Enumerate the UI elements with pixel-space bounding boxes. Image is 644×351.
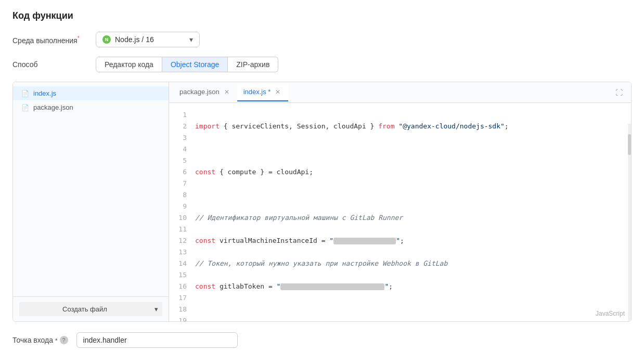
nodejs-icon: N bbox=[102, 35, 111, 44]
expand-icon[interactable]: ⛶ bbox=[611, 86, 627, 99]
tab-index-js[interactable]: index.js * ✕ bbox=[237, 84, 289, 101]
entry-point-row: Точка входа* ? bbox=[12, 332, 632, 348]
entry-input[interactable] bbox=[76, 332, 238, 348]
code-content: import { serviceClients, Session, cloudA… bbox=[195, 103, 631, 321]
create-file-dropdown-button[interactable]: ▾ bbox=[150, 302, 162, 316]
chevron-down-icon: ▾ bbox=[189, 35, 193, 44]
editor-wrapper: 📄 index.js 📄 package.json Создать файл ▾ bbox=[12, 82, 632, 322]
editor-panel: package.json ✕ index.js * ✕ ⛶ 12345 6789… bbox=[169, 82, 631, 321]
runtime-select[interactable]: N Node.js / 16 ▾ bbox=[96, 32, 200, 47]
file-item-package-json[interactable]: 📄 package.json bbox=[13, 100, 169, 114]
help-icon[interactable]: ? bbox=[60, 336, 68, 344]
method-editor-button[interactable]: Редактор кода bbox=[96, 57, 162, 72]
editor-layout: 📄 index.js 📄 package.json Создать файл ▾ bbox=[13, 82, 631, 321]
file-name-index-js: index.js bbox=[33, 89, 56, 97]
file-icon: 📄 bbox=[21, 90, 29, 97]
runtime-label: Среда выполнения* bbox=[12, 34, 96, 45]
entry-label: Точка входа* ? bbox=[12, 336, 68, 344]
code-area[interactable]: 12345 678910 1112131415 1617181920 impor… bbox=[169, 103, 631, 321]
line-numbers: 12345 678910 1112131415 1617181920 bbox=[169, 103, 195, 321]
tab-package-json[interactable]: package.json ✕ bbox=[173, 84, 237, 101]
file-item-index-js[interactable]: 📄 index.js bbox=[13, 86, 169, 100]
method-buttons: Редактор кода Object Storage ZIP-архив bbox=[96, 57, 278, 72]
file-tree-footer: Создать файл ▾ bbox=[13, 296, 169, 321]
lang-label: JavaScript bbox=[596, 310, 625, 317]
scrollbar-thumb[interactable] bbox=[628, 134, 631, 155]
section-title: Код функции bbox=[12, 10, 632, 21]
file-name-package-json: package.json bbox=[33, 103, 73, 111]
tabs-bar: package.json ✕ index.js * ✕ ⛶ bbox=[169, 82, 631, 103]
file-icon-2: 📄 bbox=[21, 104, 29, 111]
tab-package-json-close[interactable]: ✕ bbox=[223, 88, 231, 96]
tab-package-json-label: package.json bbox=[179, 88, 220, 96]
tab-index-js-label: index.js * bbox=[243, 88, 271, 96]
file-tree: 📄 index.js 📄 package.json Создать файл ▾ bbox=[13, 82, 169, 321]
create-file-button[interactable]: Создать файл bbox=[19, 302, 150, 316]
method-row: Способ Редактор кода Object Storage ZIP-… bbox=[12, 57, 632, 72]
runtime-row: Среда выполнения* N Node.js / 16 ▾ bbox=[12, 32, 632, 47]
runtime-value: Node.js / 16 bbox=[115, 35, 185, 44]
method-object-storage-button[interactable]: Object Storage bbox=[162, 57, 228, 72]
scrollbar-track bbox=[628, 124, 631, 321]
file-tree-list: 📄 index.js 📄 package.json bbox=[13, 82, 169, 296]
method-label: Способ bbox=[12, 60, 96, 69]
main-container: Код функции Среда выполнения* N Node.js … bbox=[0, 0, 644, 351]
method-zip-button[interactable]: ZIP-архив bbox=[228, 57, 278, 72]
tab-index-js-close[interactable]: ✕ bbox=[274, 88, 282, 96]
